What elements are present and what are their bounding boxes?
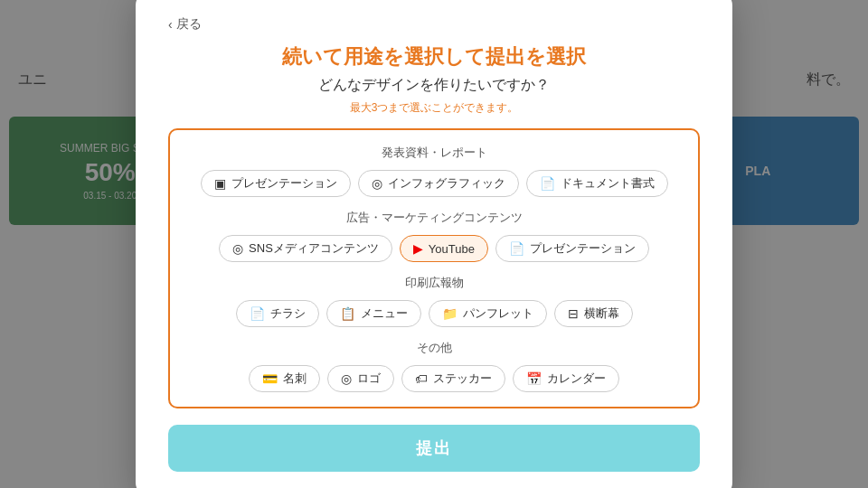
logo-icon: ◎ (341, 372, 352, 385)
youtube-icon: ▶ (413, 242, 423, 255)
category-other-title: その他 (188, 340, 680, 356)
item-sticker[interactable]: 🏷 ステッカー (401, 365, 505, 392)
item-presentation1[interactable]: ▣ プレゼンテーション (201, 170, 351, 197)
back-chevron-icon: ‹ (168, 17, 173, 32)
item-sns[interactable]: ◎ SNSメディアコンテンツ (219, 235, 392, 262)
item-youtube[interactable]: ▶ YouTube (400, 235, 488, 262)
category-presentation: 発表資料・レポート ▣ プレゼンテーション ◎ インフォグラフィック 📄 ドキュ… (188, 145, 680, 197)
selection-area: 発表資料・レポート ▣ プレゼンテーション ◎ インフォグラフィック 📄 ドキュ… (168, 128, 700, 408)
document-icon: 📄 (540, 177, 555, 190)
modal-title: 続いて用途を選択して提出を選択 (168, 43, 700, 70)
item-menu[interactable]: 📋 メニュー (326, 300, 421, 327)
item-document-label: ドキュメント書式 (561, 175, 655, 192)
modal-subtitle: どんなデザインを作りたいですか？ (168, 76, 700, 95)
modal-overlay: ‹ 戻る 続いて用途を選択して提出を選択 どんなデザインを作りたいですか？ 最大… (0, 0, 868, 488)
item-presentation2[interactable]: 📄 プレゼンテーション (495, 235, 649, 262)
item-document[interactable]: 📄 ドキュメント書式 (526, 170, 668, 197)
back-label: 戻る (176, 16, 202, 33)
item-sns-label: SNSメディアコンテンツ (249, 240, 379, 257)
sns-icon: ◎ (232, 242, 243, 255)
item-banner[interactable]: ⊟ 横断幕 (554, 300, 633, 327)
modal-dialog: ‹ 戻る 続いて用途を選択して提出を選択 どんなデザインを作りたいですか？ 最大… (136, 0, 732, 488)
item-pamphlet-label: パンフレット (463, 305, 533, 322)
category-presentation-items: ▣ プレゼンテーション ◎ インフォグラフィック 📄 ドキュメント書式 (188, 170, 680, 197)
submit-button[interactable]: 提出 (168, 425, 700, 472)
item-presentation1-label: プレゼンテーション (231, 175, 337, 192)
infographic-icon: ◎ (372, 177, 382, 190)
card-icon: 💳 (262, 372, 278, 385)
item-presentation2-label: プレゼンテーション (530, 240, 636, 257)
flyer-icon: 📄 (250, 307, 265, 320)
menu-icon: 📋 (340, 307, 355, 320)
item-sticker-label: ステッカー (433, 371, 492, 387)
item-menu-label: メニュー (361, 305, 408, 322)
item-banner-label: 横断幕 (584, 305, 619, 322)
back-button[interactable]: ‹ 戻る (168, 16, 202, 33)
item-calendar[interactable]: 📅 カレンダー (513, 365, 619, 392)
category-other: その他 💳 名刺 ◎ ロゴ 🏷 ステッカー 📅 (188, 340, 680, 392)
item-card-label: 名刺 (283, 371, 307, 387)
category-marketing-title: 広告・マーケティングコンテンツ (188, 210, 680, 226)
modal-hint: 最大3つまで選ぶことができます。 (168, 100, 700, 116)
item-pamphlet[interactable]: 📁 パンフレット (429, 300, 547, 327)
presentation2-icon: 📄 (509, 242, 524, 255)
item-card[interactable]: 💳 名刺 (249, 365, 320, 392)
category-presentation-title: 発表資料・レポート (188, 145, 680, 161)
category-marketing: 広告・マーケティングコンテンツ ◎ SNSメディアコンテンツ ▶ YouTube… (188, 210, 680, 262)
pamphlet-icon: 📁 (442, 307, 458, 320)
category-print: 印刷広報物 📄 チラシ 📋 メニュー 📁 パンフレット (188, 275, 680, 327)
banner-icon: ⊟ (568, 307, 579, 320)
category-print-items: 📄 チラシ 📋 メニュー 📁 パンフレット ⊟ 横断幕 (188, 300, 680, 327)
item-logo-label: ロゴ (357, 371, 381, 387)
category-print-title: 印刷広報物 (188, 275, 680, 291)
item-flyer[interactable]: 📄 チラシ (236, 300, 319, 327)
presentation1-icon: ▣ (214, 177, 226, 190)
sticker-icon: 🏷 (415, 372, 428, 385)
category-other-items: 💳 名刺 ◎ ロゴ 🏷 ステッカー 📅 カレンダー (188, 365, 680, 392)
category-marketing-items: ◎ SNSメディアコンテンツ ▶ YouTube 📄 プレゼンテーション (188, 235, 680, 262)
item-calendar-label: カレンダー (547, 371, 606, 387)
calendar-icon: 📅 (526, 372, 542, 385)
item-infographic[interactable]: ◎ インフォグラフィック (358, 170, 519, 197)
item-infographic-label: インフォグラフィック (388, 175, 505, 192)
item-youtube-label: YouTube (429, 242, 475, 256)
item-logo[interactable]: ◎ ロゴ (327, 365, 394, 392)
item-flyer-label: チラシ (270, 305, 306, 322)
